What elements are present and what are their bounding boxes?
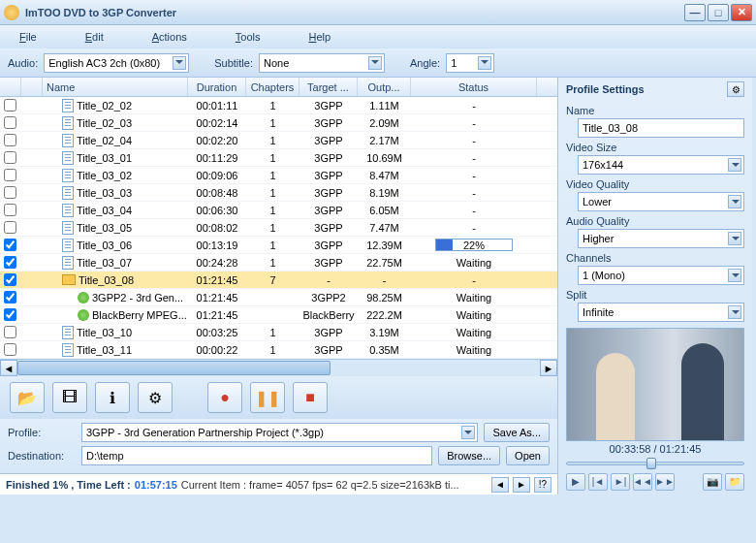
rewind-button[interactable]: ◄◄ xyxy=(633,473,652,491)
destination-input[interactable]: D:\temp xyxy=(81,446,432,465)
row-checkbox[interactable] xyxy=(4,256,16,269)
row-checkbox[interactable] xyxy=(4,99,16,112)
menu-help[interactable]: Help xyxy=(309,31,331,43)
row-target: - xyxy=(299,274,358,286)
row-checkbox[interactable] xyxy=(4,326,16,338)
scroll-thumb[interactable] xyxy=(17,361,331,375)
window-title: ImTOO DVD to 3GP Converter xyxy=(25,7,684,18)
status-finished: Finished 1% , Time Left : xyxy=(6,479,131,491)
browse-button[interactable]: Browse... xyxy=(438,446,500,465)
row-checkbox[interactable] xyxy=(4,343,16,356)
status-next-button[interactable]: ► xyxy=(513,477,530,493)
table-row[interactable]: 3GPP2 - 3rd Gen...01:21:453GPP298.25MWai… xyxy=(0,289,557,306)
row-checkbox[interactable] xyxy=(4,134,16,146)
scroll-right-icon[interactable]: ► xyxy=(540,360,557,376)
row-checkbox[interactable] xyxy=(4,221,16,234)
row-name: 3GPP2 - 3rd Gen... xyxy=(92,292,183,303)
table-row[interactable]: BlackBerry MPEG...01:21:45BlackBerry222.… xyxy=(0,306,557,324)
table-row[interactable]: Title_03_0100:11:2913GPP10.69M- xyxy=(0,149,557,167)
snapshot-folder-button[interactable]: 📁 xyxy=(725,473,744,491)
row-name: Title_03_06 xyxy=(77,240,132,251)
subtitle-combo[interactable]: None xyxy=(259,53,385,73)
row-chapters: 1 xyxy=(246,257,299,269)
open-dvd-button[interactable]: 📂 xyxy=(10,382,45,413)
row-duration: 00:24:28 xyxy=(188,257,246,269)
row-status: Waiting xyxy=(411,257,537,269)
name-input[interactable] xyxy=(578,118,744,138)
table-row[interactable]: Title_02_0200:01:1113GPP1.11M- xyxy=(0,97,557,114)
forward-button[interactable]: ►► xyxy=(655,473,675,491)
minimize-button[interactable]: — xyxy=(684,4,706,21)
col-status[interactable]: Status xyxy=(411,78,537,96)
menu-tools[interactable]: Tools xyxy=(236,31,261,43)
stop-button[interactable]: ■ xyxy=(293,382,328,413)
row-checkbox[interactable] xyxy=(4,186,16,199)
saveas-button[interactable]: Save As... xyxy=(484,423,550,442)
info-button[interactable]: ℹ xyxy=(95,382,130,413)
status-prev-button[interactable]: ◄ xyxy=(491,477,509,493)
table-row[interactable]: Title_03_0600:13:1913GPP12.39M22% xyxy=(0,237,557,254)
audio-combo[interactable]: English AC3 2ch (0x80) xyxy=(44,53,189,73)
play-button[interactable]: ▶ xyxy=(566,473,585,491)
destination-label: Destination: xyxy=(8,450,76,462)
vqual-combo[interactable]: Lower xyxy=(578,192,744,211)
close-button[interactable]: ✕ xyxy=(731,4,752,21)
table-row[interactable]: Title_03_1000:03:2513GPP3.19MWaiting xyxy=(0,324,557,341)
menu-edit[interactable]: Edit xyxy=(85,31,104,43)
row-duration: 01:21:45 xyxy=(188,274,246,286)
hscrollbar[interactable]: ◄ ► xyxy=(0,359,557,376)
settings-button[interactable]: ⚙ xyxy=(138,382,173,413)
menu-file[interactable]: File xyxy=(19,31,37,43)
row-name: Title_03_11 xyxy=(77,344,132,356)
status-help-button[interactable]: !? xyxy=(534,477,551,493)
row-checkbox[interactable] xyxy=(4,291,16,303)
table-row[interactable]: Title_03_0400:06:3013GPP6.05M- xyxy=(0,202,557,219)
table-row[interactable]: Title_03_0700:24:2813GPP22.75MWaiting xyxy=(0,254,557,272)
scroll-left-icon[interactable]: ◄ xyxy=(0,360,17,376)
col-target[interactable]: Target ... xyxy=(299,78,358,96)
row-checkbox[interactable] xyxy=(4,239,16,251)
grid-body[interactable]: Title_02_0200:01:1113GPP1.11M-Title_02_0… xyxy=(0,97,557,359)
row-name: Title_02_03 xyxy=(77,117,132,129)
slider-thumb[interactable] xyxy=(646,458,656,469)
table-row[interactable]: Title_02_0300:02:1413GPP2.09M- xyxy=(0,114,557,132)
remove-button[interactable]: 🎞 xyxy=(52,382,87,413)
pause-button[interactable]: ❚❚ xyxy=(250,382,285,413)
row-checkbox[interactable] xyxy=(4,308,16,321)
menu-actions[interactable]: Actions xyxy=(152,31,187,43)
row-checkbox[interactable] xyxy=(4,273,16,286)
prev-button[interactable]: |◄ xyxy=(588,473,608,491)
table-row[interactable]: Title_03_0300:08:4813GPP8.19M- xyxy=(0,184,557,202)
profile-combo[interactable]: 3GPP - 3rd Generation Partnership Projec… xyxy=(81,423,478,442)
next-button[interactable]: ►| xyxy=(611,473,630,491)
chevron-down-icon xyxy=(173,56,186,70)
table-row[interactable]: Title_03_0801:21:457--- xyxy=(0,272,557,289)
col-output[interactable]: Outp... xyxy=(358,78,411,96)
col-chapters[interactable]: Chapters xyxy=(246,78,299,96)
vsize-combo[interactable]: 176x144 xyxy=(578,155,744,175)
snapshot-button[interactable]: 📷 xyxy=(703,473,722,491)
row-checkbox[interactable] xyxy=(4,116,16,129)
col-duration[interactable]: Duration xyxy=(188,78,246,96)
row-checkbox[interactable] xyxy=(4,151,16,164)
row-output: 6.05M xyxy=(358,205,411,216)
chevron-down-icon xyxy=(728,269,741,282)
angle-combo[interactable]: 1 xyxy=(446,53,494,73)
record-button[interactable]: ● xyxy=(207,382,242,413)
table-row[interactable]: Title_03_1100:00:2213GPP0.35MWaiting xyxy=(0,341,557,359)
chan-combo[interactable]: 1 (Mono) xyxy=(578,266,744,285)
col-name[interactable]: Name xyxy=(43,78,188,96)
vsize-label: Video Size xyxy=(566,142,744,153)
row-checkbox[interactable] xyxy=(4,169,16,181)
table-row[interactable]: Title_03_0500:08:0213GPP7.47M- xyxy=(0,219,557,237)
maximize-button[interactable]: □ xyxy=(708,4,729,21)
aqual-combo[interactable]: Higher xyxy=(578,229,744,248)
table-row[interactable]: Title_02_0400:02:2013GPP2.17M- xyxy=(0,132,557,149)
split-combo[interactable]: Infinite xyxy=(578,303,744,322)
profile-gear-icon[interactable]: ⚙ xyxy=(727,81,744,97)
open-button[interactable]: Open xyxy=(506,446,550,465)
aqual-label: Audio Quality xyxy=(566,215,744,227)
playback-slider[interactable] xyxy=(566,457,744,470)
row-checkbox[interactable] xyxy=(4,204,16,216)
table-row[interactable]: Title_03_0200:09:0613GPP8.47M- xyxy=(0,167,557,184)
